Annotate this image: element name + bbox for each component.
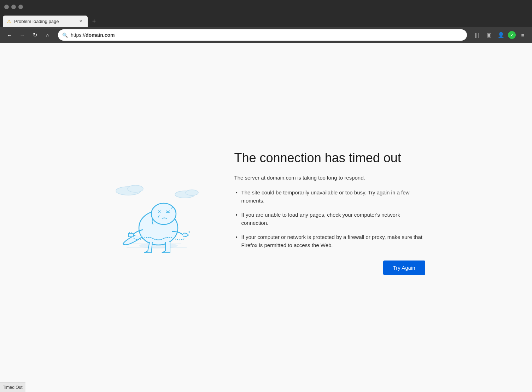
dino-illustration: ✕ ✦: [107, 163, 206, 263]
status-text: Timed Out: [3, 385, 23, 390]
traffic-lights: [4, 5, 23, 9]
home-button[interactable]: ⌂: [42, 30, 53, 40]
nav-bar: ← → ↻ ⌂ 🔍 https://domain.com ||| ▣ 👤 ✓ ≡: [0, 27, 532, 43]
active-tab[interactable]: ⚠ Problem loading page ✕: [3, 16, 88, 27]
error-bullet-2: If you are unable to load any pages, che…: [234, 211, 425, 227]
error-container: ✕ ✦: [107, 150, 425, 275]
error-title: The connection has timed out: [234, 150, 425, 165]
bookmarks-button[interactable]: |||: [472, 30, 482, 40]
status-bar: Timed Out: [0, 382, 25, 392]
svg-text:✕: ✕: [158, 209, 161, 214]
search-icon: 🔍: [62, 33, 68, 38]
tab-bar: ⚠ Problem loading page ✕ +: [0, 13, 532, 27]
svg-point-3: [186, 190, 198, 195]
address-text: https://domain.com: [71, 32, 115, 38]
address-bar[interactable]: 🔍 https://domain.com: [58, 29, 467, 41]
page-content: ✕ ✦: [0, 43, 532, 382]
profile-button[interactable]: 👤: [496, 30, 506, 40]
error-bullet-1: The site could be temporarily unavailabl…: [234, 189, 425, 205]
title-bar: [0, 0, 532, 13]
minimize-traffic-light[interactable]: [11, 5, 16, 9]
error-content: The connection has timed out The server …: [234, 150, 425, 275]
svg-text:✦: ✦: [188, 230, 191, 234]
svg-point-1: [128, 185, 143, 192]
sidebar-button[interactable]: ▣: [484, 30, 494, 40]
close-traffic-light[interactable]: [4, 5, 9, 9]
reload-button[interactable]: ↻: [30, 30, 40, 40]
error-subtitle: The server at domain.com is taking too l…: [234, 174, 425, 182]
try-again-button[interactable]: Try Again: [383, 261, 425, 275]
new-tab-button[interactable]: +: [89, 16, 99, 26]
tab-close-button[interactable]: ✕: [78, 18, 83, 24]
error-bullet-3: If your computer or network is protected…: [234, 233, 425, 249]
tab-title: Problem loading page: [14, 19, 75, 24]
maximize-traffic-light[interactable]: [18, 5, 23, 9]
error-bullets-list: The site could be temporarily unavailabl…: [234, 189, 425, 249]
nav-right-buttons: ||| ▣ 👤 ✓ ≡: [472, 30, 528, 40]
forward-button[interactable]: →: [17, 30, 28, 40]
tab-warning-icon: ⚠: [7, 19, 11, 24]
svg-point-8: [151, 203, 176, 224]
menu-button[interactable]: ≡: [518, 30, 528, 40]
svg-rect-10: [128, 233, 133, 237]
shield-button[interactable]: ✓: [508, 31, 516, 39]
back-button[interactable]: ←: [4, 30, 15, 40]
